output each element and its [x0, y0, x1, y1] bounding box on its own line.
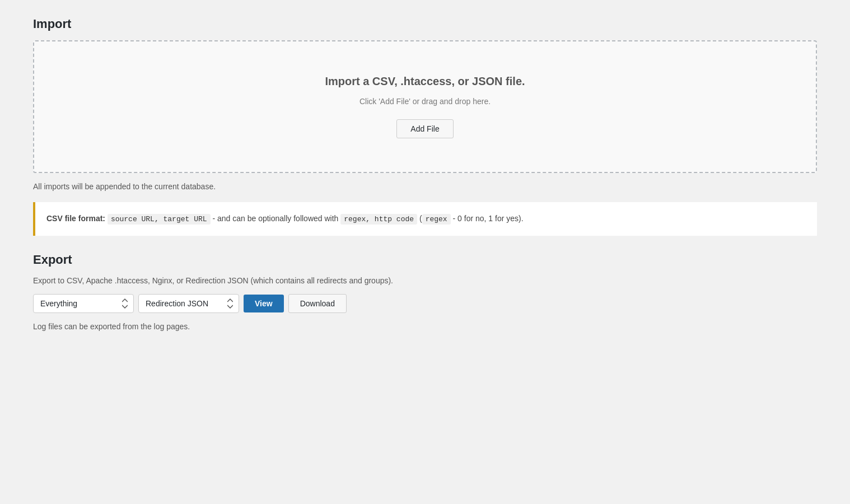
add-file-button[interactable]: Add File	[396, 119, 453, 138]
drop-zone-subtitle: Click 'Add File' or drag and drop here.	[45, 97, 805, 106]
export-format-select[interactable]: Redirection JSON CSV Apache .htaccess Ng…	[138, 294, 239, 313]
import-note: All imports will be appended to the curr…	[33, 182, 817, 191]
csv-code-3: regex	[422, 214, 451, 225]
export-description: Export to CSV, Apache .htaccess, Nginx, …	[33, 276, 817, 285]
export-title: Export	[33, 253, 817, 267]
file-drop-zone[interactable]: Import a CSV, .htaccess, or JSON file. C…	[33, 40, 817, 173]
log-note: Log files can be exported from the log p…	[33, 322, 817, 331]
import-title: Import	[33, 17, 817, 31]
drop-zone-title: Import a CSV, .htaccess, or JSON file.	[45, 75, 805, 88]
page-container: Import Import a CSV, .htaccess, or JSON …	[33, 17, 817, 331]
csv-format-prefix: CSV file format:	[46, 214, 105, 223]
export-section: Export Export to CSV, Apache .htaccess, …	[33, 253, 817, 331]
csv-suffix-text: - 0 for no, 1 for yes).	[453, 214, 524, 223]
csv-code-1: source URL, target URL	[108, 214, 211, 225]
csv-middle-text: - and can be optionally followed with	[212, 214, 338, 223]
import-section: Import Import a CSV, .htaccess, or JSON …	[33, 17, 817, 236]
csv-code-2: regex, http code	[340, 214, 417, 225]
view-button[interactable]: View	[244, 295, 284, 312]
csv-format-label: CSV file format:	[46, 214, 105, 223]
csv-info-box: CSV file format: source URL, target URL …	[33, 202, 817, 236]
export-scope-select[interactable]: Everything Groups Redirects	[33, 294, 134, 313]
download-button[interactable]: Download	[288, 294, 347, 313]
export-controls: Everything Groups Redirects Redirection …	[33, 294, 817, 313]
